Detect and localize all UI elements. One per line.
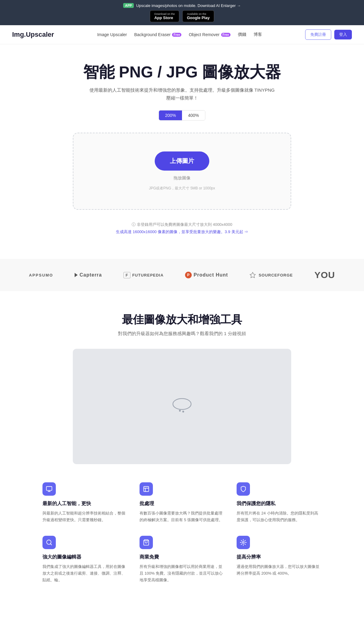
banner-text: Upscale images/photos on mobile. Downloa… [136, 3, 241, 8]
feature-resolution-title: 提高分辨率 [237, 554, 322, 560]
features-title: 最佳圖像放大和增強工具 [24, 312, 340, 327]
svg-point-3 [182, 411, 184, 413]
login-button[interactable]: 登入 [334, 30, 352, 39]
nav-blog[interactable]: 博客 [254, 32, 262, 37]
scale-400-button[interactable]: 400% [182, 110, 205, 120]
register-button[interactable]: 免費註冊 [305, 29, 331, 40]
feature-ai-title: 最新的人工智能，更快 [42, 501, 127, 507]
video-area[interactable] [73, 349, 291, 464]
feature-card-privacy: 我們保護您的隱私 所有照片將在 24 小時內清除。您的隱私受到高度保護，可以放心… [237, 482, 322, 523]
upload-area[interactable]: 上傳圖片 拖放圖像 JPG或者PNG，最大尺寸 5MB or 1000px [73, 133, 291, 210]
batch-icon [140, 482, 153, 496]
nav-image-upscaler[interactable]: Image Upscaler [97, 32, 127, 37]
partners-section: APPSUMO Capterra F FUTUREPEDIA P Product… [0, 259, 364, 291]
privacy-icon [237, 482, 250, 496]
svg-point-2 [179, 410, 181, 412]
feature-ai-desc: 與最新的人工智能和超分辨率技術相結合，整個升級過程變得更快。只需要幾秒鐘。 [42, 510, 127, 523]
hero-title: 智能 PNG / JPG 圖像放大器 [12, 63, 352, 81]
cta-link[interactable]: 生成高達 16000x16000 像素的圖像，並享受批量放大的樂趣。3.9 美元… [116, 229, 248, 234]
feature-batch-desc: 有數百張小圖像需要放大嗎？我們提供批量處理的終極解決方案。目前有 5 張圖像可供… [140, 510, 224, 523]
nav-actions: 免費註冊 登入 [305, 29, 352, 40]
partner-futurepedia: F FUTUREPEDIA [123, 272, 163, 278]
feature-card-resolution: 提高分辨率 通過使用我們的圖像放大器，您可以放大圖像並將分辨率提高 200% 或… [237, 536, 322, 583]
logo[interactable]: Img.Upscaler [12, 31, 54, 39]
svg-marker-0 [250, 272, 255, 278]
features-subtitle: 對我們的升級器如何為您服務感興趣嗎？觀看我們的 1 分鐘視頻 [24, 331, 340, 337]
feature-card-editor: 強大的圖像編輯器 我們集成了強大的圖像編輯器工具，用於在圖像放大之前或之後進行裁… [42, 536, 127, 583]
svg-point-8 [242, 542, 244, 543]
nav-object-remover[interactable]: Object Remover Free [189, 32, 230, 37]
nav-price[interactable]: 價錢 [238, 32, 246, 37]
editor-icon [42, 536, 56, 549]
hero-subtitle: 使用最新的人工智能技術來提升和增強您的形象。支持批處理。升級多個圖像就像 TIN… [12, 86, 352, 102]
file-info: JPG或者PNG，最大尺寸 5MB or 1000px [149, 186, 215, 191]
feature-card-commercial: 商業免費 所有升級和增強的圖像都可以用於商業用途，並且 100% 免費。沒有隱藏… [140, 536, 224, 583]
ai-icon [42, 482, 56, 496]
feature-cards: 最新的人工智能，更快 與最新的人工智能和超分辨率技術相結合，整個升級過程變得更快… [24, 482, 340, 583]
feature-editor-desc: 我們集成了強大的圖像編輯器工具，用於在圖像放大之前或之後進行裁剪、連接、微調、注… [42, 563, 127, 583]
partner-producthunt: P Product Hunt [185, 272, 228, 278]
app-store-button[interactable]: Download on the App Store [150, 10, 180, 22]
feature-card-ai: 最新的人工智能，更快 與最新的人工智能和超分辨率技術相結合，整個升級過程變得更快… [42, 482, 127, 523]
partner-appsumo: APPSUMO [29, 273, 53, 277]
feature-privacy-title: 我們保護您的隱私 [237, 501, 322, 507]
partner-sourceforge: SOURCEFORGE [250, 272, 293, 278]
nav-background-eraser[interactable]: Background Eraser Free [134, 32, 181, 37]
app-badge: APP [123, 3, 134, 8]
nav-links: Image Upscaler Background Eraser Free Ob… [97, 32, 262, 37]
scale-toggle: 200% 400% [159, 110, 205, 121]
free-badge-bg: Free [172, 33, 181, 37]
partner-you: YOU [314, 270, 335, 280]
free-badge-obj: Free [221, 33, 231, 37]
svg-point-1 [173, 399, 191, 409]
feature-privacy-desc: 所有照片將在 24 小時內清除。您的隱私受到高度保護，可以放心使用我們的服務。 [237, 510, 322, 523]
feature-card-batch: 批處理 有數百張小圖像需要放大嗎？我們提供批量處理的終極解決方案。目前有 5 張… [140, 482, 224, 523]
scale-200-button[interactable]: 200% [159, 110, 182, 120]
store-links: Download on the App Store Available on t… [150, 10, 214, 22]
resolution-icon [237, 536, 250, 549]
features-section: 最佳圖像放大和增強工具 對我們的升級器如何為您服務感興趣嗎？觀看我們的 1 分鐘… [0, 291, 364, 598]
feature-editor-title: 強大的圖像編輯器 [42, 554, 127, 560]
play-store-button[interactable]: Available on the Google Play [182, 10, 214, 22]
commercial-icon [140, 536, 153, 549]
partner-capterra: Capterra [75, 272, 102, 278]
video-icon [170, 397, 194, 416]
drag-hint: 拖放圖像 [174, 175, 190, 181]
top-banner: APP Upscale images/photos on mobile. Dow… [0, 0, 364, 25]
feature-commercial-title: 商業免費 [140, 554, 224, 560]
svg-rect-5 [144, 487, 149, 492]
feature-resolution-desc: 通過使用我們的圖像放大器，您可以放大圖像並將分辨率提高 200% 或 400%。 [237, 563, 322, 577]
upload-button[interactable]: 上傳圖片 [155, 151, 209, 171]
info-note: ⓘ 非登錄用戶可以免費將圖像最大尺寸放大到 4000x4000 生成高達 160… [12, 216, 352, 247]
svg-rect-4 [46, 487, 52, 491]
feature-commercial-desc: 所有升級和增強的圖像都可以用於商業用途，並且 100% 免費。沒有隱藏的付款，並… [140, 563, 224, 583]
feature-batch-title: 批處理 [140, 501, 224, 507]
main-nav: Img.Upscaler Image Upscaler Background E… [0, 25, 364, 44]
hero-section: 智能 PNG / JPG 圖像放大器 使用最新的人工智能技術來提升和增強您的形象… [0, 44, 364, 259]
